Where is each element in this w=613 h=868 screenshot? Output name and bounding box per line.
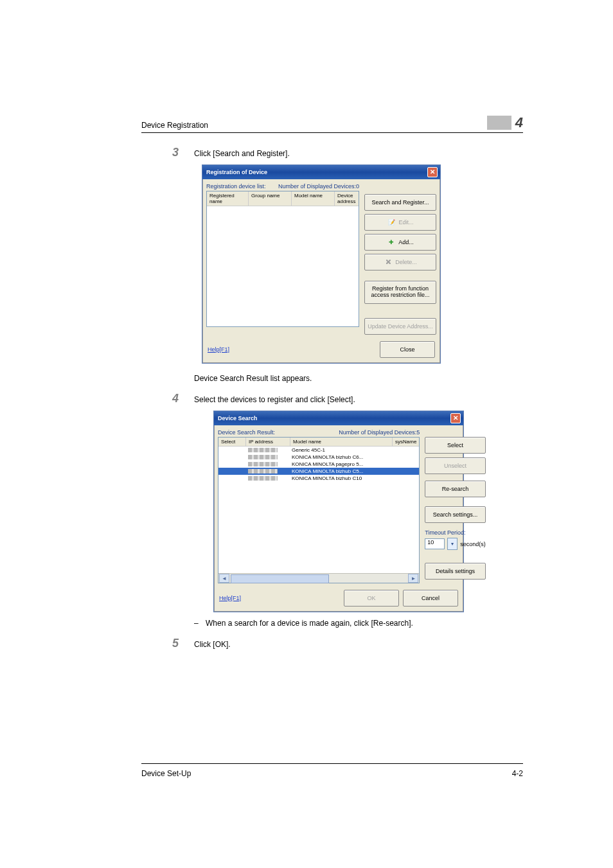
header-rule bbox=[141, 132, 523, 133]
row-model: KONICA MINOLTA bizhub C6... bbox=[289, 454, 391, 461]
page-footer: Device Set-Up 4-2 bbox=[141, 758, 523, 778]
bullet-text: When a search for a device is made again… bbox=[206, 619, 413, 628]
step-number: 5 bbox=[172, 637, 194, 650]
table-row-selected[interactable]: KONICA MINOLTA bizhub C5... bbox=[218, 468, 419, 475]
close-button[interactable]: Close bbox=[380, 341, 435, 358]
footer-page-number: 4-2 bbox=[512, 769, 523, 778]
dialog2-title: Device Search bbox=[218, 415, 258, 421]
registration-list-label: Registration device list: bbox=[206, 183, 266, 190]
re-search-button[interactable]: Re-search bbox=[425, 481, 486, 497]
chapter-number: 4 bbox=[511, 116, 523, 130]
col-registered-name[interactable]: Registered name bbox=[207, 191, 249, 206]
select-button[interactable]: Select bbox=[425, 437, 486, 454]
step-number: 4 bbox=[172, 392, 194, 405]
dialog1-titlebar: Registration of Device ✕ bbox=[202, 165, 440, 179]
scroll-right-arrow-icon[interactable]: ► bbox=[408, 574, 418, 583]
step-number: 3 bbox=[172, 146, 194, 159]
chapter-shade bbox=[487, 116, 511, 130]
table-row[interactable]: KONICA MINOLTA bizhub C6... bbox=[218, 454, 419, 461]
col-select[interactable]: Select bbox=[218, 438, 246, 446]
search-settings-button[interactable]: Search settings... bbox=[425, 506, 486, 523]
col-model-name[interactable]: Model name bbox=[292, 191, 335, 206]
unselect-button[interactable]: Unselect bbox=[425, 457, 486, 474]
details-settings-button[interactable]: Details settings bbox=[425, 563, 486, 580]
add-icon: ✚ bbox=[387, 238, 396, 247]
step-text: Select the devices to register and click… bbox=[194, 395, 523, 404]
step-text: Click [OK]. bbox=[194, 640, 523, 649]
table-row[interactable]: KONICA MINOLTA pagepro 5... bbox=[218, 461, 419, 468]
dialog2-titlebar: Device Search ✕ bbox=[214, 411, 463, 425]
page-header-title: Device Registration bbox=[141, 121, 208, 130]
sub-bullet: – When a search for a device is made aga… bbox=[194, 619, 523, 628]
row-model: KONICA MINOLTA bizhub C10 bbox=[289, 475, 391, 482]
row-model: KONICA MINOLTA bizhub C5... bbox=[289, 468, 391, 475]
registration-of-device-dialog: Registration of Device ✕ Registration de… bbox=[202, 164, 441, 364]
scroll-track[interactable] bbox=[231, 574, 407, 582]
registration-device-list[interactable]: Registered name Group name Model name De… bbox=[206, 191, 359, 327]
displayed-devices-count: Number of Displayed Devices:0 bbox=[278, 183, 359, 190]
ip-redacted bbox=[248, 469, 278, 474]
device-rows: Generic 45C-1 KONICA MINOLTA bizhub C6..… bbox=[218, 447, 419, 573]
update-device-address-button[interactable]: Update Device Address... bbox=[364, 318, 436, 335]
col-device-address[interactable]: Device address bbox=[335, 191, 359, 206]
timeout-period-label: Timeout Period: bbox=[425, 529, 486, 536]
help-link[interactable]: Help[F1] bbox=[208, 346, 229, 353]
horizontal-scrollbar[interactable]: ◄ ► bbox=[218, 573, 419, 583]
timeout-unit-label: second(s) bbox=[460, 541, 486, 547]
scroll-left-arrow-icon[interactable]: ◄ bbox=[219, 574, 229, 583]
device-search-dialog: Device Search ✕ Device Search Result: Nu… bbox=[213, 411, 464, 612]
table-row[interactable]: Generic 45C-1 bbox=[218, 447, 419, 454]
displayed-devices-count-2: Number of Displayed Devices:5 bbox=[339, 429, 420, 436]
delete-icon: 🗙 bbox=[384, 258, 393, 267]
device-search-result-list[interactable]: Select IP address Model name sysName Gen… bbox=[218, 437, 420, 583]
col-ip-address[interactable]: IP address bbox=[246, 438, 290, 446]
device-search-result-label: Device Search Result: bbox=[218, 429, 275, 436]
step-3-row: 3 Click [Search and Register]. bbox=[172, 146, 523, 159]
timeout-row: 10 ▾ second(s) bbox=[425, 538, 486, 550]
row-model: Generic 45C-1 bbox=[289, 447, 391, 454]
table-row[interactable]: KONICA MINOLTA bizhub C10 bbox=[218, 475, 419, 482]
register-from-file-button[interactable]: Register from function access restrictio… bbox=[364, 281, 436, 304]
ip-redacted bbox=[248, 448, 278, 452]
step-5-row: 5 Click [OK]. bbox=[172, 637, 523, 650]
col-group-name[interactable]: Group name bbox=[249, 191, 292, 206]
ip-redacted bbox=[248, 455, 278, 459]
edit-icon: 📝 bbox=[387, 218, 396, 227]
help-link[interactable]: Help[F1] bbox=[219, 595, 241, 601]
delete-button[interactable]: 🗙Delete... bbox=[364, 254, 436, 270]
timeout-dropdown-icon[interactable]: ▾ bbox=[447, 538, 458, 550]
timeout-input[interactable]: 10 bbox=[425, 538, 445, 549]
add-button[interactable]: ✚Add... bbox=[364, 234, 436, 251]
ip-redacted bbox=[248, 462, 278, 466]
footer-rule bbox=[141, 763, 523, 764]
edit-button[interactable]: 📝Edit... bbox=[364, 214, 436, 231]
close-icon[interactable]: ✕ bbox=[427, 167, 438, 177]
step-text: Click [Search and Register]. bbox=[194, 149, 523, 158]
col-sysname[interactable]: sysName bbox=[393, 438, 419, 446]
dialog1-title: Registration of Device bbox=[206, 169, 267, 175]
footer-section: Device Set-Up bbox=[141, 769, 191, 778]
scroll-thumb[interactable] bbox=[231, 574, 329, 583]
step-4-row: 4 Select the devices to register and cli… bbox=[172, 392, 523, 405]
dash-icon: – bbox=[194, 619, 206, 628]
col-model-name[interactable]: Model name bbox=[290, 438, 393, 446]
chapter-indicator: 4 bbox=[487, 116, 523, 130]
ok-button[interactable]: OK bbox=[344, 590, 399, 607]
close-icon[interactable]: ✕ bbox=[450, 413, 461, 423]
result-list-appears-text: Device Search Result list appears. bbox=[194, 374, 523, 383]
cancel-button[interactable]: Cancel bbox=[403, 590, 458, 607]
search-and-register-button[interactable]: Search and Register... bbox=[364, 194, 436, 211]
ip-redacted bbox=[248, 476, 278, 481]
row-model: KONICA MINOLTA pagepro 5... bbox=[289, 461, 391, 468]
